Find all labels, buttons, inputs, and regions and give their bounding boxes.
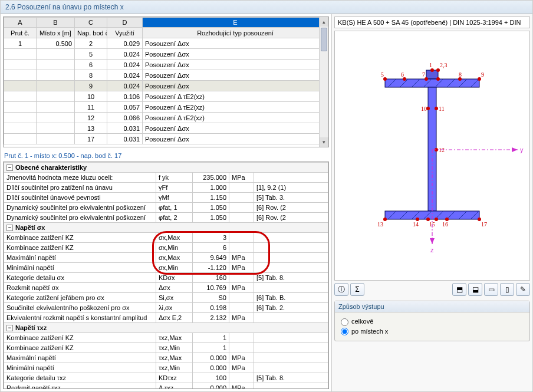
table-row[interactable]: 120.066Posouzení Δ τE2(xz) <box>4 113 328 123</box>
prop-row[interactable]: Kategorie zatížení jeřábem pro σxSi,σxS0… <box>4 293 328 303</box>
output-mode-group: Způsob výstupu celkově po místech x <box>334 301 530 341</box>
svg-point-20 <box>430 68 434 72</box>
output-opt-overall[interactable]: celkově <box>341 318 524 326</box>
col-header[interactable]: Rozhodující typ posouzení <box>143 28 328 38</box>
node-label: 17 <box>481 221 487 228</box>
node-label: 5 <box>381 71 384 78</box>
scroll-up-icon[interactable]: ▴ <box>320 17 328 27</box>
node-label: 6 <box>401 71 404 78</box>
prop-row[interactable]: Dílčí součinitel pro zatížení na únavuγF… <box>4 183 328 193</box>
prop-row[interactable]: Kategorie detailu σxKDσx160[5] Tab. 8. <box>4 273 328 283</box>
svg-marker-40 <box>430 238 435 244</box>
collapse-icon[interactable]: − <box>6 225 13 231</box>
col-header[interactable]: Využití <box>107 28 143 38</box>
table-row[interactable]: 110.057Posouzení Δ τE2(xz) <box>4 102 328 113</box>
detail-label: Prut č. 1 - místo x: 0.500 - nap. bod č.… <box>1 150 331 162</box>
table-row[interactable]: 80.024Posouzení Δσx <box>4 70 328 81</box>
col-letter[interactable]: D <box>107 18 143 28</box>
prop-row[interactable]: Maximální napětíτxz,Max0.000MPa <box>4 353 328 363</box>
grid-scrollbar[interactable]: ▴ ▾ <box>319 17 328 147</box>
collapse-icon[interactable]: − <box>6 325 13 331</box>
table-row[interactable]: 100.106Posouzení Δ τE2(xz) <box>4 91 328 102</box>
svg-rect-1 <box>385 79 479 87</box>
preview-title: KB(S) HE A 500 + SA 45 (opotřebené) | DI… <box>334 17 530 28</box>
prop-row[interactable]: Kategorie detailu τxzKDτxz100[5] Tab. 8. <box>4 373 328 383</box>
node-label: 14 <box>413 221 419 228</box>
prop-row[interactable]: Dílčí součinitel únavové pevnostiγMf1.15… <box>4 193 328 203</box>
prop-group[interactable]: −Napětí σx <box>4 223 328 233</box>
prop-row[interactable]: Maximální napětíσx,Max9.649MPa <box>4 253 328 263</box>
table-row[interactable]: 10.50020.029Posouzení Δσx <box>4 38 328 49</box>
sigma-button[interactable]: Σ <box>350 283 364 296</box>
content-area: ABCDE Prut č.Místo x [m]Nap. bod č.Využi… <box>1 14 532 391</box>
col-letter[interactable]: B <box>37 18 75 28</box>
results-grid[interactable]: ABCDE Prut č.Místo x [m]Nap. bod č.Využi… <box>4 17 328 144</box>
view2-button[interactable]: ⬓ <box>468 283 482 296</box>
view3-button[interactable]: ▭ <box>484 283 498 296</box>
col-header[interactable]: Nap. bod č. <box>75 28 107 38</box>
col-letter[interactable]: C <box>75 18 107 28</box>
svg-point-28 <box>435 107 438 110</box>
svg-point-21 <box>436 68 440 72</box>
prop-row[interactable]: Jmenovitá hodnota meze kluzu oceli:f yk2… <box>4 173 328 183</box>
view4-button[interactable]: ▯ <box>500 283 514 296</box>
node-label: 11 <box>439 106 445 112</box>
prop-row[interactable]: Rozkmit napětí τxzΔ τxz0.000MPa <box>4 383 328 390</box>
node-label: 9 <box>481 71 484 78</box>
preview-toolbar: ⓘ Σ ⬒ ⬓ ▭ ▯ ✎ <box>332 281 532 298</box>
svg-point-25 <box>436 77 440 81</box>
prop-row[interactable]: Kombinace zatížení KZσx,Min6 <box>4 243 328 253</box>
view1-button[interactable]: ⬒ <box>452 283 466 296</box>
table-row[interactable]: 50.024Posouzení Δσx <box>4 49 328 60</box>
left-panel: ABCDE Prut č.Místo x [m]Nap. bod č.Využi… <box>1 14 332 391</box>
table-row[interactable]: 60.024Posouzení Δσx <box>4 60 328 70</box>
output-opt-by-x[interactable]: po místech x <box>341 328 524 336</box>
section-preview: 1 2,3 5 6 7 8 9 11 10 12 13 14 15 16 <box>334 31 530 281</box>
axis-y-label: y <box>520 146 524 153</box>
table-row[interactable]: 130.031Posouzení Δσx <box>4 123 328 134</box>
prop-group[interactable]: −Napětí τxz <box>4 323 328 333</box>
scroll-down-icon[interactable]: ▾ <box>320 137 328 147</box>
col-letter[interactable]: E <box>143 18 328 28</box>
svg-marker-39 <box>512 147 518 152</box>
main-window: 2.6 Posouzení na únavu po místech x ABCD… <box>0 0 533 392</box>
prop-row[interactable]: Součinitel ekvivalentního poškození pro … <box>4 303 328 313</box>
table-row[interactable]: 170.031Posouzení Δσx <box>4 134 328 144</box>
node-label: 8 <box>459 71 462 78</box>
section-svg: 1 2,3 5 6 7 8 9 11 10 12 13 14 15 16 <box>335 31 529 280</box>
prop-row[interactable]: Rozkmit napětí σxΔσx10.769MPa <box>4 283 328 293</box>
prop-row[interactable]: Minimální napětíσx,Min-1.120MPa <box>4 263 328 273</box>
prop-row[interactable]: Kombinace zatížení KZσx,Max3 <box>4 233 328 243</box>
info-button[interactable]: ⓘ <box>334 283 348 296</box>
prop-group[interactable]: −Obecné charakteristiky <box>4 163 328 173</box>
prop-row[interactable]: Ekvivalentní rozkmit napětí s konstantní… <box>4 313 328 323</box>
prop-row[interactable]: Dynamický součinitel pro ekvivalentní po… <box>4 213 328 223</box>
col-letter[interactable]: A <box>4 18 37 28</box>
prop-row[interactable]: Minimální napětíτxz,Min0.000MPa <box>4 363 328 373</box>
property-grid[interactable]: −Obecné charakteristikyJmenovitá hodnota… <box>4 162 328 389</box>
prop-row[interactable]: Kombinace zatížení KZτxz,Min1 <box>4 343 328 353</box>
node-label: 7 <box>422 71 425 78</box>
table-row[interactable]: 90.024Posouzení Δσx <box>4 81 328 91</box>
node-label: 2,3 <box>440 62 448 68</box>
print-button[interactable]: ✎ <box>516 283 530 296</box>
col-header[interactable]: Prut č. <box>4 28 37 38</box>
scroll-thumb[interactable] <box>321 28 327 51</box>
node-label: 1 <box>429 62 432 68</box>
results-grid-wrap: ABCDE Prut č.Místo x [m]Nap. bod č.Využi… <box>3 17 329 147</box>
output-mode-title: Způsob výstupu <box>335 301 529 312</box>
axis-z-label: z <box>430 246 434 253</box>
prop-row[interactable]: Kombinace zatížení KZτxz,Max1 <box>4 333 328 343</box>
collapse-icon[interactable]: − <box>6 164 13 171</box>
node-label: 16 <box>442 221 448 228</box>
node-label: 10 <box>421 106 427 112</box>
prop-row[interactable]: Dynamický součinitel pro ekvivalentní po… <box>4 203 328 213</box>
node-label: 13 <box>377 221 383 228</box>
right-panel: KB(S) HE A 500 + SA 45 (opotřebené) | DI… <box>332 14 532 391</box>
col-header[interactable]: Místo x [m] <box>37 28 75 38</box>
property-grid-wrap: −Obecné charakteristikyJmenovitá hodnota… <box>3 162 329 389</box>
svg-point-31 <box>383 218 387 221</box>
window-title: 2.6 Posouzení na únavu po místech x <box>1 1 532 14</box>
